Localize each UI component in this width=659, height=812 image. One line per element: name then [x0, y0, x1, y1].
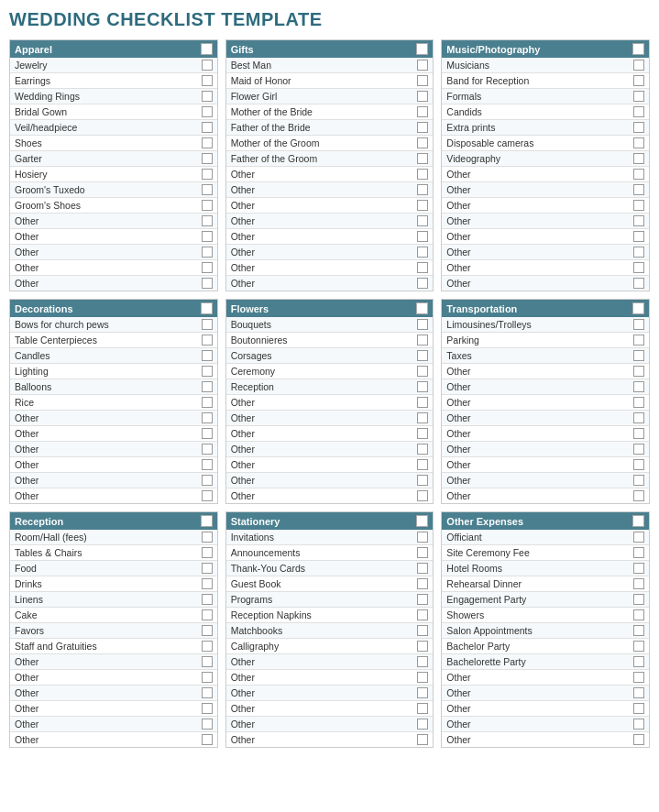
row-checkbox[interactable] — [417, 319, 428, 330]
row-checkbox[interactable] — [417, 609, 428, 620]
row-checkbox[interactable] — [202, 687, 213, 698]
row-checkbox[interactable] — [633, 532, 644, 543]
row-checkbox[interactable] — [633, 350, 644, 361]
row-checkbox[interactable] — [417, 444, 428, 455]
row-checkbox[interactable] — [633, 231, 644, 242]
row-checkbox[interactable] — [633, 672, 644, 683]
row-checkbox[interactable] — [633, 247, 644, 258]
row-checkbox[interactable] — [202, 75, 213, 86]
row-checkbox[interactable] — [202, 91, 213, 102]
row-checkbox[interactable] — [417, 137, 428, 148]
row-checkbox[interactable] — [202, 547, 213, 558]
row-checkbox[interactable] — [633, 703, 644, 714]
row-checkbox[interactable] — [417, 578, 428, 589]
row-checkbox[interactable] — [202, 137, 213, 148]
row-checkbox[interactable] — [202, 428, 213, 439]
row-checkbox[interactable] — [417, 672, 428, 683]
row-checkbox[interactable] — [417, 475, 428, 486]
row-checkbox[interactable] — [417, 184, 428, 195]
row-checkbox[interactable] — [202, 262, 213, 273]
row-checkbox[interactable] — [417, 734, 428, 745]
row-checkbox[interactable] — [202, 153, 213, 164]
row-checkbox[interactable] — [202, 350, 213, 361]
row-checkbox[interactable] — [633, 459, 644, 470]
row-checkbox[interactable] — [633, 578, 644, 589]
row-checkbox[interactable] — [417, 412, 428, 423]
row-checkbox[interactable] — [417, 366, 428, 377]
row-checkbox[interactable] — [633, 563, 644, 574]
row-checkbox[interactable] — [202, 532, 213, 543]
row-checkbox[interactable] — [202, 335, 213, 346]
row-checkbox[interactable] — [202, 703, 213, 714]
row-checkbox[interactable] — [417, 122, 428, 133]
row-checkbox[interactable] — [417, 594, 428, 605]
row-checkbox[interactable] — [633, 412, 644, 423]
row-checkbox[interactable] — [202, 609, 213, 620]
row-checkbox[interactable] — [417, 687, 428, 698]
row-checkbox[interactable] — [202, 734, 213, 745]
row-checkbox[interactable] — [202, 184, 213, 195]
row-checkbox[interactable] — [633, 278, 644, 289]
row-checkbox[interactable] — [417, 381, 428, 392]
row-checkbox[interactable] — [417, 262, 428, 273]
row-checkbox[interactable] — [202, 169, 213, 180]
row-checkbox[interactable] — [202, 278, 213, 289]
row-checkbox[interactable] — [202, 366, 213, 377]
row-checkbox[interactable] — [202, 106, 213, 117]
section-checkbox-header-reception[interactable] — [201, 515, 213, 527]
row-checkbox[interactable] — [633, 656, 644, 667]
row-checkbox[interactable] — [202, 475, 213, 486]
row-checkbox[interactable] — [417, 60, 428, 71]
row-checkbox[interactable] — [417, 247, 428, 258]
row-checkbox[interactable] — [417, 350, 428, 361]
row-checkbox[interactable] — [202, 656, 213, 667]
row-checkbox[interactable] — [417, 335, 428, 346]
row-checkbox[interactable] — [417, 91, 428, 102]
row-checkbox[interactable] — [417, 563, 428, 574]
row-checkbox[interactable] — [202, 397, 213, 408]
row-checkbox[interactable] — [417, 231, 428, 242]
row-checkbox[interactable] — [202, 381, 213, 392]
row-checkbox[interactable] — [633, 490, 644, 501]
row-checkbox[interactable] — [202, 319, 213, 330]
row-checkbox[interactable] — [202, 490, 213, 501]
row-checkbox[interactable] — [202, 200, 213, 211]
row-checkbox[interactable] — [202, 594, 213, 605]
row-checkbox[interactable] — [202, 625, 213, 636]
row-checkbox[interactable] — [633, 262, 644, 273]
row-checkbox[interactable] — [417, 200, 428, 211]
row-checkbox[interactable] — [417, 215, 428, 226]
row-checkbox[interactable] — [417, 75, 428, 86]
row-checkbox[interactable] — [633, 75, 644, 86]
row-checkbox[interactable] — [417, 106, 428, 117]
row-checkbox[interactable] — [633, 169, 644, 180]
row-checkbox[interactable] — [633, 106, 644, 117]
row-checkbox[interactable] — [202, 641, 213, 652]
row-checkbox[interactable] — [417, 532, 428, 543]
row-checkbox[interactable] — [633, 200, 644, 211]
row-checkbox[interactable] — [417, 428, 428, 439]
row-checkbox[interactable] — [417, 547, 428, 558]
row-checkbox[interactable] — [633, 91, 644, 102]
section-checkbox-header-apparel[interactable] — [201, 43, 213, 55]
row-checkbox[interactable] — [417, 278, 428, 289]
section-checkbox-header-flowers[interactable] — [416, 302, 428, 314]
row-checkbox[interactable] — [633, 547, 644, 558]
row-checkbox[interactable] — [417, 169, 428, 180]
row-checkbox[interactable] — [202, 578, 213, 589]
row-checkbox[interactable] — [633, 319, 644, 330]
row-checkbox[interactable] — [202, 672, 213, 683]
row-checkbox[interactable] — [417, 153, 428, 164]
row-checkbox[interactable] — [202, 231, 213, 242]
row-checkbox[interactable] — [633, 335, 644, 346]
row-checkbox[interactable] — [417, 719, 428, 730]
row-checkbox[interactable] — [417, 397, 428, 408]
row-checkbox[interactable] — [633, 625, 644, 636]
row-checkbox[interactable] — [633, 137, 644, 148]
row-checkbox[interactable] — [202, 412, 213, 423]
row-checkbox[interactable] — [417, 641, 428, 652]
row-checkbox[interactable] — [633, 184, 644, 195]
row-checkbox[interactable] — [633, 719, 644, 730]
row-checkbox[interactable] — [202, 444, 213, 455]
row-checkbox[interactable] — [633, 381, 644, 392]
